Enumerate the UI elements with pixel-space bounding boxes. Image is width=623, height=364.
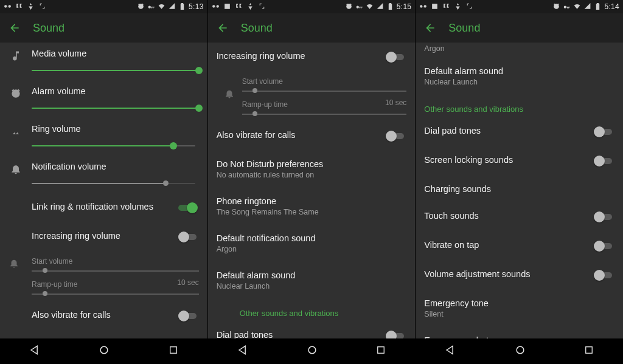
notification-volume-slider[interactable]	[32, 177, 199, 190]
emergency-tone-row[interactable]: Emergency tone Silent	[416, 290, 623, 327]
app2-icon	[246, 2, 254, 12]
page-title: Sound	[241, 22, 273, 35]
nav-recent-button[interactable]	[375, 345, 386, 358]
dial-pad-tones-toggle[interactable]	[386, 330, 406, 338]
emergency-tone-value: Silent	[424, 310, 614, 318]
phone-ringtone-value: The Song Remains The Same	[217, 208, 407, 216]
page-title: Sound	[33, 22, 64, 35]
vpn-key-icon	[355, 2, 363, 12]
svg-point-2	[308, 346, 316, 354]
screenshot-icon	[465, 2, 473, 12]
app2-icon	[454, 2, 462, 12]
wifi-icon	[573, 2, 581, 12]
signal-icon	[583, 2, 591, 12]
alarm-volume-slider[interactable]	[32, 102, 199, 114]
svg-rect-1	[170, 347, 176, 354]
back-button[interactable]	[9, 22, 21, 34]
voicemail-icon	[212, 2, 220, 12]
alarm-volume-row[interactable]: Alarm volume	[0, 80, 207, 118]
nav-home-button[interactable]	[306, 344, 318, 359]
volume-adjustment-sounds-row[interactable]: Volume adjustment sounds	[416, 261, 623, 290]
alarm-status-icon	[552, 2, 560, 12]
nav-home-button[interactable]	[98, 344, 110, 359]
alarm-sound-value: Nuclear Launch	[217, 282, 407, 290]
status-time: 5:13	[189, 2, 204, 11]
charging-sounds-row[interactable]: Charging sounds	[416, 176, 623, 202]
nav-bar	[416, 338, 623, 364]
screen-lock-sounds-row[interactable]: Screen locking sounds	[416, 146, 623, 176]
increasing-ring-row[interactable]: Increasing ring volume	[208, 43, 416, 72]
back-button[interactable]	[424, 22, 436, 34]
page-title: Sound	[448, 22, 480, 35]
notification-sound-row[interactable]: Default notification sound Argon	[208, 225, 416, 262]
notification-sound-row-partial[interactable]: Argon	[416, 43, 623, 58]
image-icon	[431, 2, 439, 12]
ring-icon	[10, 125, 22, 140]
nav-back-button[interactable]	[237, 344, 249, 359]
ring-anim-icon	[9, 260, 19, 270]
start-volume-slider	[242, 88, 407, 95]
phone-ringtone-row[interactable]: Phone ringtone The Song Remains The Same	[208, 188, 416, 225]
ramp-up-slider	[242, 111, 407, 118]
screen-lock-sounds-toggle[interactable]	[594, 155, 614, 167]
vibrate-calls-row[interactable]: Also vibrate for calls	[208, 122, 416, 151]
dnd-preferences-row[interactable]: Do Not Disturb preferences No automatic …	[0, 331, 207, 338]
ramp-up-value: 10 sec	[177, 278, 198, 287]
link-volumes-row[interactable]: Link ring & notification volumes	[0, 193, 207, 222]
back-button[interactable]	[217, 22, 229, 34]
touch-sounds-toggle[interactable]	[594, 211, 614, 223]
vibrate-on-tap-toggle[interactable]	[594, 240, 614, 252]
nav-recent-button[interactable]	[583, 345, 594, 358]
vibrate-calls-toggle[interactable]	[178, 310, 199, 322]
dial-pad-tones-toggle[interactable]	[594, 126, 614, 138]
increasing-ring-toggle[interactable]	[178, 231, 199, 243]
nav-bar	[208, 338, 416, 364]
nav-back-button[interactable]	[444, 344, 456, 359]
music-note-icon	[10, 50, 22, 64]
vibrate-calls-row[interactable]: Also vibrate for calls	[0, 301, 207, 331]
ramp-up-label: Ramp-up time	[32, 280, 77, 289]
ramp-up-value: 10 sec	[385, 98, 406, 107]
ring-volume-slider[interactable]	[32, 140, 199, 152]
alarm-sound-row[interactable]: Default alarm sound Nuclear Launch	[416, 58, 623, 95]
alarm-sound-row[interactable]: Default alarm sound Nuclear Launch	[208, 262, 416, 299]
ring-volume-row[interactable]: Ring volume	[0, 118, 207, 156]
volume-adjustment-sounds-toggle[interactable]	[594, 269, 614, 281]
phone-ringtone-label: Phone ringtone	[217, 196, 407, 206]
wifi-icon	[366, 2, 374, 12]
nav-recent-button[interactable]	[168, 345, 179, 358]
vibrate-calls-toggle[interactable]	[386, 130, 406, 142]
image-icon	[223, 2, 231, 12]
media-volume-slider[interactable]	[32, 64, 199, 77]
touch-sounds-row[interactable]: Touch sounds	[416, 202, 623, 232]
vpn-key-icon	[563, 2, 571, 12]
signal-icon	[376, 2, 384, 12]
nav-home-button[interactable]	[514, 344, 526, 359]
media-volume-row[interactable]: Media volume	[0, 43, 207, 80]
app-bar: Sound	[416, 13, 623, 43]
app1-icon	[442, 2, 450, 12]
dial-pad-tones-row[interactable]: Dial pad tones	[208, 321, 416, 338]
notification-sound-value: Argon	[424, 44, 614, 53]
nav-back-button[interactable]	[29, 344, 41, 359]
increasing-ring-toggle[interactable]	[386, 51, 406, 63]
svg-rect-3	[378, 347, 385, 354]
battery-icon	[178, 2, 186, 12]
link-volumes-toggle[interactable]	[178, 202, 199, 214]
bell-icon	[10, 163, 22, 177]
emergency-alerts-row[interactable]: Emergency alerts	[416, 327, 623, 338]
vibrate-on-tap-label: Vibrate on tap	[424, 240, 586, 250]
ramp-up-label: Ramp-up time	[242, 100, 288, 109]
vibrate-on-tap-row[interactable]: Vibrate on tap	[416, 232, 623, 261]
increasing-ring-subgroup: Start volume Ramp-up time10 sec	[208, 72, 416, 122]
voicemail-icon	[4, 2, 12, 12]
notification-volume-row[interactable]: Notification volume	[0, 156, 207, 193]
dial-pad-tones-row[interactable]: Dial pad tones	[416, 117, 623, 146]
ring-volume-label: Ring volume	[32, 124, 199, 134]
link-volumes-label: Link ring & notification volumes	[32, 202, 171, 211]
increasing-ring-row[interactable]: Increasing ring volume	[0, 222, 207, 252]
status-bar: 5:13	[0, 0, 207, 13]
alarm-clock-icon	[10, 88, 22, 102]
dnd-preferences-row[interactable]: Do Not Disturb preferences No automatic …	[208, 151, 416, 188]
dial-pad-tones-label: Dial pad tones	[424, 126, 586, 136]
